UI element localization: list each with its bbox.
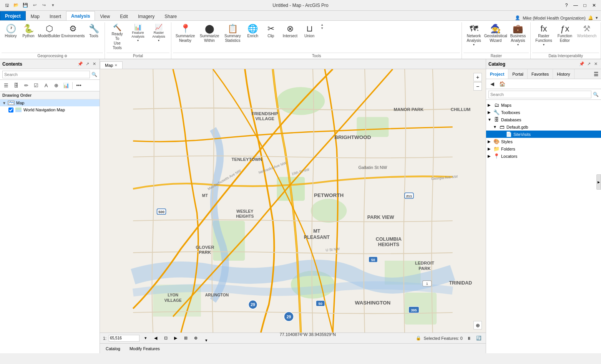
minimize-btn[interactable]: — bbox=[572, 2, 579, 9]
catalog-tab-history[interactable]: History bbox=[553, 69, 574, 79]
catalog-pin-btn[interactable]: 📌 bbox=[579, 61, 585, 67]
tree-item-maps[interactable]: ▶ 🗂 Maps bbox=[486, 101, 601, 109]
save-btn[interactable]: 🖫 bbox=[3, 2, 11, 9]
catalog-menu-btn[interactable]: ☰ bbox=[591, 69, 601, 79]
tree-item-sitevisits[interactable]: 📄 SiteVisits bbox=[486, 131, 601, 138]
contents-close-btn[interactable]: ✕ bbox=[91, 61, 97, 67]
catalog-tab-project[interactable]: Project bbox=[486, 69, 508, 79]
tab-project[interactable]: Project bbox=[0, 11, 26, 20]
locators-expand-icon[interactable]: ▶ bbox=[488, 154, 493, 158]
zoom-out-btn[interactable]: − bbox=[473, 82, 482, 91]
maximize-btn[interactable]: □ bbox=[581, 2, 589, 9]
scale-input[interactable] bbox=[109, 335, 139, 342]
catalog-tab-favorites[interactable]: Favorites bbox=[528, 69, 553, 79]
tab-insert[interactable]: Insert bbox=[45, 12, 66, 20]
tree-item-folders[interactable]: ▶ 📁 Folders bbox=[486, 145, 601, 152]
map-canvas[interactable]: 29 29 50 50 395 500 211 bbox=[100, 69, 486, 333]
scroll-arrows-btn[interactable]: ⊕ bbox=[473, 321, 482, 329]
ready-to-use-button[interactable]: 🔨 Ready ToUse Tools bbox=[107, 23, 127, 51]
intersect-button[interactable]: ⊗ Intersect bbox=[281, 23, 300, 40]
catalog-search-input[interactable] bbox=[488, 91, 591, 98]
map-tab[interactable]: Map ✕ bbox=[100, 61, 123, 69]
list-by-snap-status-btn[interactable]: ⊕ bbox=[51, 81, 61, 90]
chevron-down-icon[interactable]: ▾ bbox=[596, 15, 598, 20]
maps-expand-icon[interactable]: ▶ bbox=[488, 103, 493, 107]
modify-features-tab[interactable]: Modify Features bbox=[125, 345, 164, 352]
pause-btn[interactable]: ⏸ bbox=[465, 334, 473, 342]
contents-search-icon[interactable]: 🔍 bbox=[91, 72, 97, 77]
feature-analysis-button[interactable]: 📊 FeatureAnalysis ▾ bbox=[128, 23, 148, 43]
history-button[interactable]: 🕐 History bbox=[2, 23, 19, 40]
map-tab-close-btn[interactable]: ✕ bbox=[115, 63, 118, 67]
tab-view[interactable]: View bbox=[95, 12, 115, 20]
nav-left-btn[interactable]: ◀ bbox=[152, 334, 159, 342]
new-btn[interactable]: 💾 bbox=[22, 2, 29, 9]
raster-analysis-button[interactable]: 📈 RasterAnalysis ▾ bbox=[149, 23, 169, 43]
list-by-data-source-btn[interactable]: 🗄 bbox=[12, 81, 21, 90]
business-analysis-button[interactable]: 💼 BusinessAnalysis ▾ bbox=[508, 23, 528, 48]
workbench-button[interactable]: ⚒ Workbench bbox=[575, 23, 598, 40]
tree-item-toolboxes[interactable]: ▶ 🔧 Toolboxes bbox=[486, 109, 601, 116]
function-editor-button[interactable]: ƒx FunctionEditor bbox=[555, 23, 574, 45]
styles-expand-icon[interactable]: ▶ bbox=[488, 139, 493, 144]
contents-pin-btn[interactable]: 📌 bbox=[77, 61, 83, 67]
list-by-selection-btn[interactable]: ☑ bbox=[32, 81, 41, 90]
contents-more-btn[interactable]: ••• bbox=[74, 81, 83, 90]
list-by-charts-btn[interactable]: 📊 bbox=[61, 81, 71, 90]
enrich-button[interactable]: 🌐 Enrich bbox=[244, 23, 261, 40]
refresh-btn[interactable]: 🔄 bbox=[475, 334, 483, 342]
python-button[interactable]: 🐍 Python bbox=[20, 23, 37, 40]
catalog-home-btn[interactable]: 🏠 bbox=[498, 80, 507, 88]
catalog-undock-btn[interactable]: ↗ bbox=[586, 61, 592, 67]
summarize-nearby-button[interactable]: 📍 SummarizeNearby bbox=[174, 23, 197, 45]
catalog-search-icon[interactable]: 🔍 bbox=[593, 92, 599, 97]
contents-undock-btn[interactable]: ↗ bbox=[84, 61, 90, 67]
tree-item-styles[interactable]: ▶ 🎨 Styles bbox=[486, 138, 601, 145]
tree-item-databases[interactable]: ▼ 🗄 Databases bbox=[486, 116, 601, 123]
summarize-within-button[interactable]: ⬤ SummarizeWithin bbox=[198, 23, 221, 45]
list-by-drawing-order-btn[interactable]: ☰ bbox=[2, 81, 11, 90]
layer-item-world-nav[interactable]: World Navigation Map bbox=[0, 106, 100, 113]
world-nav-checkbox[interactable] bbox=[8, 108, 13, 113]
scale-dropdown-btn[interactable]: ▾ bbox=[142, 334, 149, 342]
open-btn[interactable]: 📂 bbox=[12, 2, 20, 9]
environments-button[interactable]: ⚙ Environments bbox=[61, 23, 85, 40]
catalog-collapse-btn[interactable]: ▶ bbox=[596, 174, 601, 190]
settings-icon[interactable]: ⚙ bbox=[64, 54, 67, 58]
zoom-in-btn[interactable]: + bbox=[473, 73, 482, 81]
databases-expand-icon[interactable]: ▼ bbox=[488, 117, 493, 122]
locator-btn[interactable]: ⊕ bbox=[192, 334, 199, 342]
clip-button[interactable]: ✂ Clip bbox=[262, 23, 279, 40]
tools-scroll[interactable]: ▲ ▼ bbox=[319, 23, 325, 30]
nav-extras-btn[interactable]: ⊞ bbox=[182, 334, 189, 342]
undo-btn[interactable]: ↩ bbox=[31, 2, 38, 9]
tab-edit[interactable]: Edit bbox=[115, 12, 133, 20]
catalog-tab-portal[interactable]: Portal bbox=[508, 69, 528, 79]
union-button[interactable]: ⊔ Union bbox=[301, 23, 318, 40]
tree-item-locators[interactable]: ▶ 📍 Locators bbox=[486, 152, 601, 160]
tab-analysis[interactable]: Analysis bbox=[66, 11, 95, 20]
toolboxes-expand-icon[interactable]: ▶ bbox=[488, 110, 493, 114]
nav-extent-btn[interactable]: ⊡ bbox=[162, 334, 169, 342]
default-gdb-expand-icon[interactable]: ▼ bbox=[493, 125, 498, 129]
tab-share[interactable]: Share bbox=[159, 12, 182, 20]
raster-functions-button[interactable]: fx RasterFunctions ▾ bbox=[533, 23, 554, 48]
folders-expand-icon[interactable]: ▶ bbox=[488, 147, 493, 151]
network-analysis-button[interactable]: 🗺 NetworkAnalysis ▾ bbox=[464, 23, 483, 48]
map-expand-icon[interactable]: ▼ bbox=[2, 101, 8, 105]
tree-item-default-gdb[interactable]: ▼ 🗃 Default.gdb bbox=[486, 123, 601, 131]
catalog-back-btn[interactable]: ◀ bbox=[488, 80, 497, 88]
catalog-close-btn[interactable]: ✕ bbox=[593, 61, 599, 67]
nav-right-btn[interactable]: ▶ bbox=[172, 334, 179, 342]
contents-search-input[interactable] bbox=[2, 71, 90, 78]
tools-button[interactable]: 🔧 Tools bbox=[85, 23, 102, 40]
list-by-labeling-btn[interactable]: A bbox=[42, 81, 51, 90]
geostatistical-wizard-button[interactable]: 🧙 GeostatisticalWizard bbox=[484, 23, 507, 45]
notification-bell[interactable]: 🔔 bbox=[588, 15, 593, 20]
tab-imagery[interactable]: Imagery bbox=[133, 12, 159, 20]
tab-map[interactable]: Map bbox=[26, 12, 45, 20]
modelbuilder-button[interactable]: ⬡ ModelBuilder bbox=[38, 23, 61, 40]
layer-item-map[interactable]: ▼ Map bbox=[0, 99, 100, 106]
catalog-bottom-tab[interactable]: Catalog bbox=[101, 345, 125, 352]
summary-statistics-button[interactable]: 📋 SummaryStatistics bbox=[222, 23, 243, 45]
